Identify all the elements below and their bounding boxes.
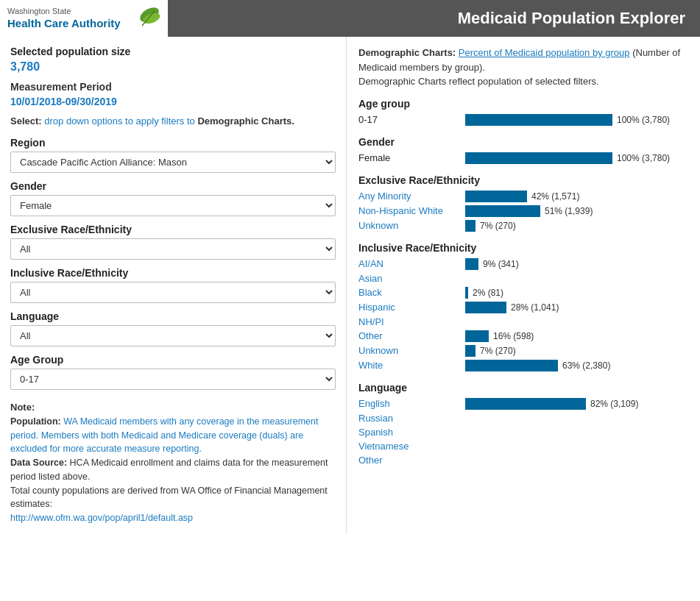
chart-bar-any-minority bbox=[465, 191, 527, 202]
excl-race-chart-section: Exclusive Race/Ethnicity Any Minority 42… bbox=[358, 174, 688, 232]
language-filter: Language All bbox=[10, 310, 336, 346]
note-title: Note: bbox=[10, 402, 35, 413]
chart-row-spanish: Spanish bbox=[358, 427, 688, 438]
chart-bar-aian bbox=[465, 258, 478, 270]
chart-row-nhpi: NH/PI bbox=[358, 316, 688, 327]
chart-row-white: White 63% (2,380) bbox=[358, 360, 688, 371]
chart-label-vietnamese: Vietnamese bbox=[358, 441, 465, 452]
region-label: Region bbox=[10, 137, 336, 149]
dropdown-note-text: drop down options to apply filters to bbox=[44, 115, 195, 127]
age-group-chart-title: Age group bbox=[358, 98, 688, 110]
pop-size-label: Selected population size bbox=[10, 46, 336, 57]
select-label: Select: bbox=[10, 115, 42, 127]
intro-text: Demographic Charts: Percent of Medicaid … bbox=[358, 46, 688, 89]
incl-race-filter: Inclusive Race/Ethnicity All bbox=[10, 267, 336, 303]
chart-bar-container-female: 100% (3,780) bbox=[465, 152, 670, 164]
chart-label-english: English bbox=[358, 398, 465, 409]
age-group-chart-section: Age group 0-17 100% (3,780) bbox=[358, 98, 688, 126]
note-link[interactable]: http://www.ofm.wa.gov/pop/april1/default… bbox=[10, 513, 193, 523]
chart-value-unknown-excl: 7% (270) bbox=[480, 221, 516, 231]
chart-label-0-17: 0-17 bbox=[358, 114, 465, 125]
excl-race-chart-title: Exclusive Race/Ethnicity bbox=[358, 174, 688, 186]
chart-label-spanish: Spanish bbox=[358, 427, 465, 438]
incl-race-chart-title: Inclusive Race/Ethnicity bbox=[358, 242, 688, 254]
demo-charts-label: Demographic Charts. bbox=[197, 115, 294, 127]
chart-row-asian: Asian bbox=[358, 273, 688, 284]
chart-value-english: 82% (3,109) bbox=[590, 399, 638, 409]
chart-label-nhpi: NH/PI bbox=[358, 316, 465, 327]
chart-row-english: English 82% (3,109) bbox=[358, 398, 688, 410]
gender-select[interactable]: Female Male All bbox=[10, 195, 336, 216]
left-panel: Selected population size 3,780 Measureme… bbox=[0, 37, 346, 534]
header-title-bar: Medicaid Population Explorer bbox=[168, 0, 700, 37]
chart-label-unknown-excl: Unknown bbox=[358, 220, 465, 231]
chart-label-hispanic: Hispanic bbox=[358, 302, 465, 313]
chart-value-non-hispanic-white: 51% (1,939) bbox=[545, 206, 593, 216]
chart-value-0-17: 100% (3,780) bbox=[617, 115, 670, 125]
chart-row-russian: Russian bbox=[358, 413, 688, 424]
chart-row-aian: AI/AN 9% (341) bbox=[358, 258, 688, 270]
chart-bar-unknown-excl bbox=[465, 220, 475, 232]
incl-race-select[interactable]: All bbox=[10, 282, 336, 303]
chart-label-russian: Russian bbox=[358, 413, 465, 424]
logo-leaf-icon bbox=[124, 4, 160, 33]
chart-row-other-lang: Other bbox=[358, 455, 688, 466]
age-group-select[interactable]: 0-17 bbox=[10, 369, 336, 390]
chart-value-female: 100% (3,780) bbox=[617, 153, 670, 163]
chart-label-other-incl: Other bbox=[358, 330, 465, 341]
chart-value-aian: 9% (341) bbox=[483, 259, 519, 269]
chart-value-white: 63% (2,380) bbox=[562, 360, 610, 371]
chart-value-black: 2% (81) bbox=[473, 288, 503, 298]
chart-label-unknown-incl: Unknown bbox=[358, 345, 465, 356]
intro-reflect: Demographic Charts reflect population of… bbox=[358, 76, 599, 87]
select-note: Select: drop down options to apply filte… bbox=[10, 115, 336, 128]
excl-race-select[interactable]: All bbox=[10, 238, 336, 260]
region-filter: Region Cascade Pacific Action Alliance: … bbox=[10, 137, 336, 173]
note-data-label: Data Source: bbox=[10, 458, 67, 468]
age-group-label: Age Group bbox=[10, 354, 336, 366]
excl-race-label: Exclusive Race/Ethnicity bbox=[10, 224, 336, 235]
measurement-period-label: Measurement Period bbox=[10, 81, 336, 93]
chart-label-other-lang: Other bbox=[358, 455, 465, 466]
chart-label-female: Female bbox=[358, 152, 465, 163]
chart-bar-female bbox=[465, 152, 612, 164]
logo-authority: Health Care Authority bbox=[7, 17, 121, 30]
measurement-period-value: 10/01/2018-09/30/2019 bbox=[10, 96, 336, 107]
chart-row-other-incl: Other 16% (598) bbox=[358, 330, 688, 342]
chart-value-unknown-incl: 7% (270) bbox=[480, 346, 516, 356]
gender-filter: Gender Female Male All bbox=[10, 180, 336, 216]
chart-bar-0-17 bbox=[465, 114, 612, 126]
chart-bar-container: 100% (3,780) bbox=[465, 114, 670, 126]
page-title: Medicaid Population Explorer bbox=[458, 9, 685, 28]
incl-race-chart-section: Inclusive Race/Ethnicity AI/AN 9% (341) … bbox=[358, 242, 688, 371]
chart-label-any-minority: Any Minority bbox=[358, 191, 465, 202]
excl-race-filter: Exclusive Race/Ethnicity All bbox=[10, 224, 336, 260]
chart-row-unknown-incl: Unknown 7% (270) bbox=[358, 345, 688, 357]
logo-state: Washington State bbox=[7, 7, 121, 16]
logo-container: Washington State Health Care Authority bbox=[0, 0, 168, 37]
chart-row-non-hispanic-white: Non-Hispanic White 51% (1,939) bbox=[358, 205, 688, 217]
chart-row-female: Female 100% (3,780) bbox=[358, 152, 688, 164]
chart-bar-hispanic bbox=[465, 302, 506, 313]
main-container: Selected population size 3,780 Measureme… bbox=[0, 37, 700, 534]
note-county-text: Total county populations are derived fro… bbox=[10, 486, 328, 510]
chart-value-other-incl: 16% (598) bbox=[493, 331, 534, 341]
chart-value-any-minority: 42% (1,571) bbox=[531, 191, 579, 202]
gender-label: Gender bbox=[10, 180, 336, 192]
language-select[interactable]: All bbox=[10, 325, 336, 346]
language-chart-section: Language English 82% (3,109) Russian Spa… bbox=[358, 382, 688, 466]
intro-link[interactable]: Percent of Medicaid population by group bbox=[459, 47, 630, 58]
gender-chart-title: Gender bbox=[358, 136, 688, 148]
chart-label-aian: AI/AN bbox=[358, 258, 465, 269]
chart-bar-non-hispanic-white bbox=[465, 205, 540, 217]
chart-label-black: Black bbox=[358, 287, 465, 298]
chart-label-asian: Asian bbox=[358, 273, 465, 284]
chart-row-any-minority: Any Minority 42% (1,571) bbox=[358, 191, 688, 202]
chart-row: 0-17 100% (3,780) bbox=[358, 114, 688, 126]
language-chart-title: Language bbox=[358, 382, 688, 394]
chart-bar-english bbox=[465, 398, 586, 410]
incl-race-label: Inclusive Race/Ethnicity bbox=[10, 267, 336, 279]
note-section: Note: Population: WA Medicaid members wi… bbox=[10, 400, 336, 525]
intro-label: Demographic Charts: bbox=[358, 47, 456, 58]
region-select[interactable]: Cascade Pacific Action Alliance: Mason bbox=[10, 152, 336, 173]
